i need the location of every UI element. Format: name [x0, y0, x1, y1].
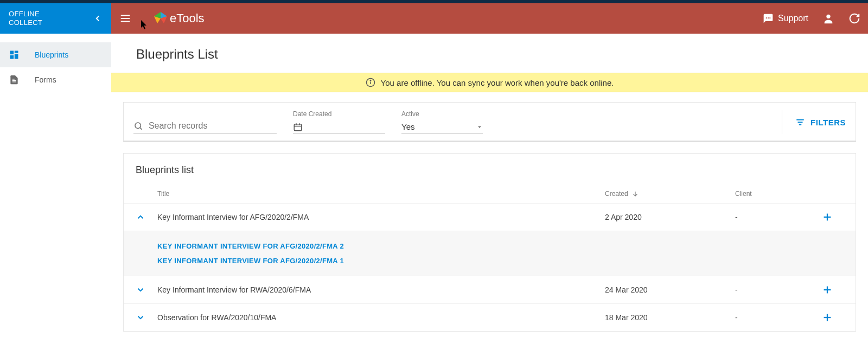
sidebar-header: OFFLINE COLLECT [0, 3, 111, 34]
sidebar: OFFLINE COLLECT Blueprints Forms [0, 3, 111, 362]
svg-rect-27 [799, 124, 802, 125]
collapse-sidebar-button[interactable] [93, 14, 103, 23]
svg-rect-1 [15, 51, 18, 53]
add-button[interactable] [811, 284, 844, 296]
filters-button[interactable]: FILTERS [795, 117, 846, 127]
svg-rect-3 [10, 55, 14, 59]
banner-text: You are offline. You can sync your work … [381, 78, 614, 87]
sidebar-item-blueprints[interactable]: Blueprints [0, 42, 111, 67]
page-title: Blueprints List [136, 47, 868, 62]
row-created: 2 Apr 2020 [605, 213, 735, 221]
offline-banner: You are offline. You can sync your work … [111, 73, 868, 92]
search-field[interactable] [133, 120, 277, 134]
sidebar-item-label: Forms [35, 75, 56, 84]
filters-button-label: FILTERS [810, 118, 846, 127]
add-button[interactable] [811, 211, 844, 223]
svg-rect-26 [798, 122, 803, 123]
support-button[interactable]: Support [763, 13, 808, 24]
sidebar-nav: Blueprints Forms [0, 34, 111, 92]
plus-icon [821, 312, 833, 323]
list-section-title: Blueprints list [124, 154, 856, 185]
col-created[interactable]: Created [605, 190, 735, 198]
info-icon [366, 78, 375, 87]
svg-rect-20 [294, 124, 302, 130]
refresh-button[interactable] [848, 12, 860, 24]
cursor-icon [141, 20, 148, 30]
col-title[interactable]: Title [157, 190, 605, 198]
chat-icon [763, 13, 774, 24]
svg-rect-2 [15, 54, 18, 59]
blueprints-list-card: Blueprints list Title Created Client [123, 153, 856, 332]
col-client[interactable]: Client [735, 190, 811, 198]
chevron-down-icon [136, 285, 145, 295]
app-header: eTools Support [111, 3, 868, 34]
sub-item-link[interactable]: KEY INFORMANT INTERVIEW FOR AFG/2020/2/F… [157, 239, 844, 253]
menu-button[interactable] [119, 12, 132, 25]
sub-rows: KEY INFORMANT INTERVIEW FOR AFG/2020/2/F… [124, 231, 856, 276]
svg-point-17 [370, 80, 371, 81]
plus-icon [821, 211, 833, 223]
table-row[interactable]: Observation for RWA/2020/10/FMA 18 Mar 2… [124, 304, 856, 331]
filter-icon [795, 117, 805, 127]
chevron-down-icon [136, 313, 145, 322]
row-title: Key Informant Interview for RWA/2020/6/F… [157, 285, 605, 294]
row-title: Key Informant Interview for AFG/2020/2/F… [157, 213, 605, 221]
filter-bar: Date Created Active Yes FILTERS [123, 102, 856, 142]
date-label: Date Created [293, 110, 385, 118]
svg-line-19 [140, 128, 142, 129]
svg-rect-25 [796, 119, 804, 120]
chevron-up-icon [136, 212, 145, 222]
table-header: Title Created Client [124, 185, 856, 204]
document-icon [9, 74, 20, 85]
main: eTools Support Blueprin [111, 3, 868, 362]
sidebar-item-forms[interactable]: Forms [0, 67, 111, 92]
row-client: - [735, 285, 811, 294]
row-client: - [735, 313, 811, 322]
svg-point-13 [769, 17, 770, 18]
search-input[interactable] [149, 121, 277, 131]
active-field[interactable]: Active Yes [401, 110, 483, 134]
active-value: Yes [401, 122, 414, 131]
active-label: Active [401, 110, 483, 118]
row-title: Observation for RWA/2020/10/FMA [157, 313, 605, 322]
add-button[interactable] [811, 312, 844, 323]
profile-button[interactable] [822, 12, 834, 24]
svg-rect-0 [10, 51, 14, 55]
app-title: OFFLINE COLLECT [9, 10, 42, 27]
expand-toggle[interactable] [136, 285, 157, 295]
brand: eTools [154, 11, 205, 26]
expand-toggle[interactable] [136, 212, 157, 222]
svg-marker-24 [478, 126, 481, 128]
table-row[interactable]: Key Informant Interview for AFG/2020/2/F… [124, 204, 856, 231]
support-label: Support [778, 14, 808, 23]
svg-point-12 [768, 17, 769, 18]
brand-name: eTools [170, 11, 205, 26]
row-created: 18 Mar 2020 [605, 313, 735, 322]
svg-point-14 [826, 15, 830, 18]
table-row[interactable]: Key Informant Interview for RWA/2020/6/F… [124, 276, 856, 304]
brand-logo-icon [154, 11, 168, 26]
calendar-icon [293, 122, 303, 132]
svg-point-18 [135, 123, 141, 128]
plus-icon [821, 284, 833, 296]
chevron-down-icon [476, 124, 483, 130]
row-client: - [735, 213, 811, 221]
search-icon [133, 120, 143, 131]
sub-item-link[interactable]: KEY INFORMANT INTERVIEW FOR AFG/2020/2/F… [157, 253, 844, 268]
sidebar-item-label: Blueprints [35, 50, 68, 59]
row-created: 24 Mar 2020 [605, 285, 735, 294]
content-area: Blueprints List You are offline. You can… [111, 34, 868, 362]
svg-point-11 [766, 17, 767, 18]
sort-desc-icon [631, 190, 639, 198]
expand-toggle[interactable] [136, 313, 157, 322]
dashboard-icon [9, 49, 20, 60]
date-created-field[interactable]: Date Created [293, 110, 385, 134]
